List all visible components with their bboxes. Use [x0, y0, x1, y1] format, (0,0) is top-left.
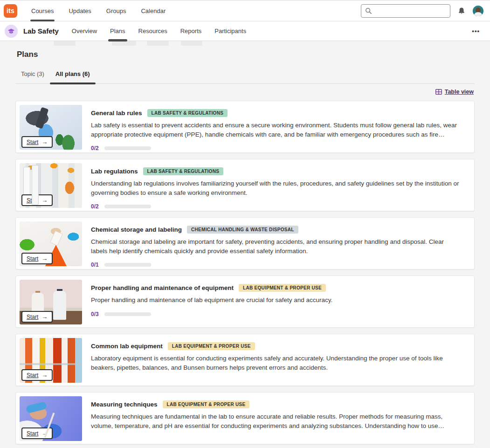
- search-input[interactable]: [375, 7, 457, 14]
- nav-item-updates[interactable]: Updates: [61, 0, 98, 21]
- plan-card-list: Start → General lab rules LAB SAFETY & R…: [15, 101, 475, 444]
- plan-card[interactable]: Start → Lab regulations LAB SAFETY & REG…: [15, 159, 475, 211]
- plan-card[interactable]: Start → Common lab equipment LAB EQUIPME…: [15, 334, 475, 386]
- progress-bar: [104, 312, 151, 316]
- progress-row: 0/3: [91, 311, 459, 317]
- progress-row: 0/2: [91, 203, 459, 210]
- arrow-right-icon: →: [41, 313, 48, 320]
- nav-item-courses[interactable]: Courses: [24, 0, 61, 21]
- plan-thumbnail-lab-students: Start →: [20, 280, 82, 324]
- toolbar: Table view: [15, 84, 475, 96]
- plan-card[interactable]: Start → Chemical storage and labeling CH…: [15, 217, 475, 269]
- plan-description: Laboratory equipment is essential for co…: [91, 354, 459, 372]
- progress-count: 0/2: [91, 145, 99, 152]
- topic-badge: LAB SAFETY & REGULATIONS: [143, 167, 224, 175]
- arrow-right-icon: →: [41, 138, 48, 145]
- page-title: Plans: [15, 41, 475, 59]
- scrolled-ghost-element: [181, 41, 202, 46]
- start-button[interactable]: Start →: [21, 194, 53, 206]
- course-nav: Overview Plans Resources Reports Partici…: [65, 21, 253, 41]
- arrow-right-icon: →: [41, 372, 48, 379]
- course-tab-reports[interactable]: Reports: [174, 21, 208, 41]
- topic-badge: LAB SAFETY & REGULATIONS: [147, 109, 228, 117]
- table-view-button[interactable]: Table view: [435, 89, 474, 95]
- plan-description: Proper handling and maintenance of lab e…: [91, 296, 459, 305]
- topic-badge: LAB EQUIPMENT & PROPER USE: [239, 284, 326, 292]
- scrolled-ghost-element: [54, 41, 76, 46]
- plan-title[interactable]: Measuring techniques: [91, 401, 158, 408]
- arrow-right-icon: →: [41, 430, 48, 437]
- plan-thumbnail-test-tubes: Start →: [20, 163, 82, 208]
- top-bar: its Courses Updates Groups Calendar: [0, 0, 490, 21]
- nav-item-groups[interactable]: Groups: [99, 0, 134, 21]
- topic-badge: LAB EQUIPMENT & PROPER USE: [163, 400, 250, 408]
- more-options-button[interactable]: •••: [470, 26, 482, 36]
- plan-card-body: Chemical storage and labeling CHEMICAL H…: [82, 221, 470, 265]
- plan-thumbnail-microscope: Start →: [20, 105, 82, 150]
- course-tab-plans[interactable]: Plans: [104, 21, 132, 41]
- graduation-cap-icon: [7, 28, 15, 34]
- course-header: Lab Safety Overview Plans Resources Repo…: [0, 21, 490, 41]
- scrolled-ghost-element: [147, 41, 169, 46]
- plan-description: Lab safety is essential to prevent accid…: [91, 121, 459, 139]
- plans-page: Plans Topic (3) All plans (6) Table view…: [0, 41, 490, 444]
- top-bar-right: [361, 4, 483, 18]
- plan-title[interactable]: Chemical storage and labeling: [91, 226, 182, 233]
- topic-badge: LAB EQUIPMENT & PROPER USE: [168, 342, 255, 350]
- search-icon: [365, 7, 372, 14]
- start-button[interactable]: Start →: [21, 136, 53, 148]
- plan-title[interactable]: General lab rules: [91, 110, 142, 117]
- topic-badge: CHEMICAL HANDLING & WASTE DISPOSAL: [187, 226, 298, 234]
- progress-bar: [104, 205, 151, 208]
- plan-card-body: Measuring techniques LAB EQUIPMENT & PRO…: [82, 396, 470, 440]
- search-box[interactable]: [361, 4, 450, 18]
- plan-description: Understanding lab regulations involves f…: [91, 179, 459, 197]
- tab-all-plans[interactable]: All plans (6): [50, 66, 96, 83]
- notifications-bell-icon[interactable]: [458, 7, 465, 15]
- tab-topic[interactable]: Topic (3): [15, 66, 50, 83]
- progress-bar: [104, 263, 151, 267]
- progress-count: 0/1: [91, 262, 99, 268]
- progress-row: 0/1: [91, 262, 459, 268]
- start-button[interactable]: Start →: [21, 311, 53, 323]
- plan-title[interactable]: Lab regulations: [91, 168, 138, 175]
- course-tab-resources[interactable]: Resources: [132, 21, 174, 41]
- arrow-right-icon: →: [41, 197, 48, 204]
- start-button[interactable]: Start →: [21, 427, 53, 439]
- progress-row: 0/2: [91, 145, 459, 152]
- plan-card[interactable]: Start → Proper handling and maintenance …: [15, 276, 475, 328]
- plan-thumbnail-colorful-tubes: Start →: [20, 338, 82, 383]
- course-title: Lab Safety: [23, 27, 59, 35]
- plan-card-body: Common lab equipment LAB EQUIPMENT & PRO…: [82, 338, 470, 382]
- progress-count: 0/2: [91, 203, 99, 210]
- plan-title[interactable]: Proper handling and maintenance of equip…: [91, 284, 234, 291]
- start-button[interactable]: Start →: [21, 369, 53, 381]
- progress-count: 0/3: [91, 311, 99, 317]
- plan-card-body: Proper handling and maintenance of equip…: [82, 280, 470, 324]
- main-nav: Courses Updates Groups Calendar: [24, 0, 173, 21]
- start-button[interactable]: Start →: [21, 253, 53, 264]
- itslearning-logo[interactable]: its: [4, 4, 17, 18]
- arrow-right-icon: →: [41, 255, 48, 262]
- plans-tabs: Topic (3) All plans (6): [15, 66, 475, 84]
- plan-thumbnail-pouring-flask: Start →: [20, 221, 82, 266]
- plan-title[interactable]: Common lab equipment: [91, 343, 163, 350]
- course-tab-overview[interactable]: Overview: [65, 21, 104, 41]
- progress-bar: [104, 146, 151, 150]
- plan-card-body: General lab rules LAB SAFETY & REGULATIO…: [82, 105, 470, 149]
- plan-card-body: Lab regulations LAB SAFETY & REGULATIONS…: [82, 163, 470, 207]
- plan-description: Chemical storage and labeling are import…: [91, 237, 459, 255]
- plan-thumbnail-pipetting: Start →: [20, 396, 82, 441]
- table-view-icon: [435, 89, 442, 95]
- user-avatar[interactable]: [473, 6, 483, 16]
- plan-card[interactable]: Start → General lab rules LAB SAFETY & R…: [15, 101, 475, 153]
- plan-description: Measuring techniques are fundamental in …: [91, 412, 459, 430]
- plan-card[interactable]: Start → Measuring techniques LAB EQUIPME…: [15, 392, 475, 444]
- nav-item-calendar[interactable]: Calendar: [133, 0, 173, 21]
- course-icon[interactable]: [5, 25, 18, 38]
- scrolled-ghost-element: [112, 41, 136, 46]
- course-tab-participants[interactable]: Participants: [208, 21, 253, 41]
